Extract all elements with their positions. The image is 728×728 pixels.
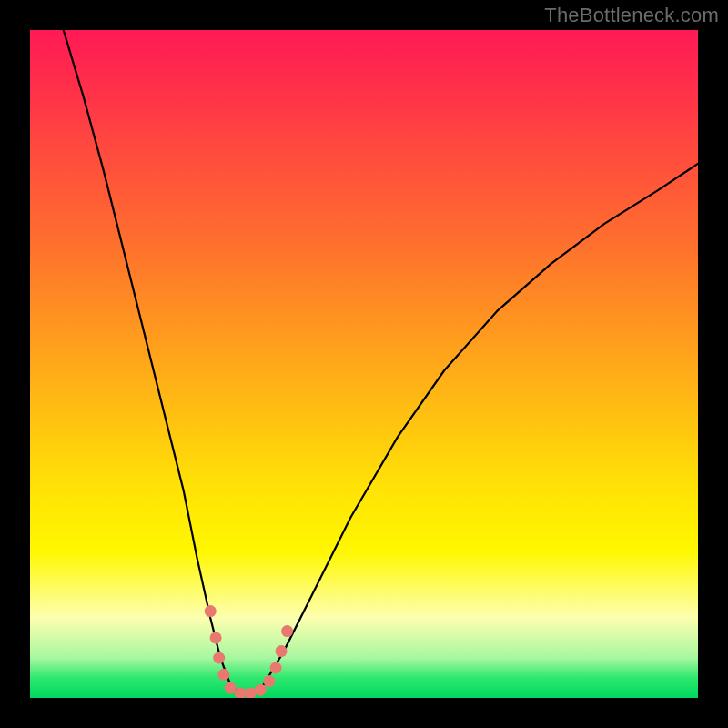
marker-dot — [210, 632, 222, 643]
marker-dot — [270, 662, 282, 674]
marker-dot — [276, 645, 288, 657]
marker-dot — [255, 684, 267, 696]
bottleneck-curve — [64, 30, 698, 694]
marker-dot — [245, 687, 257, 698]
marker-dot — [205, 605, 217, 617]
marker-dot — [225, 682, 237, 694]
marker-dot — [213, 652, 225, 664]
plot-area — [30, 30, 698, 698]
marker-dot — [263, 675, 275, 687]
chart-svg — [30, 30, 698, 698]
marker-dot — [281, 625, 293, 637]
marker-dots — [205, 605, 293, 698]
marker-dot — [217, 669, 229, 681]
watermark-text: TheBottleneck.com — [544, 4, 719, 27]
chart-frame: TheBottleneck.com — [0, 0, 728, 728]
curve-path — [64, 30, 698, 694]
